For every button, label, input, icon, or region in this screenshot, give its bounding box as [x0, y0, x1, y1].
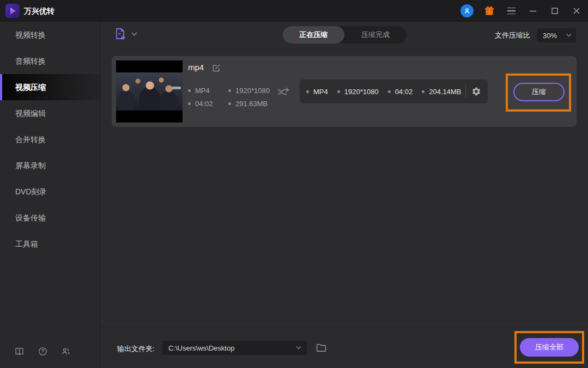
- sidebar: 视频转换 音频转换 视频压缩 视频编辑 合并转换 屏幕录制 DVD刻录 设备传输…: [0, 22, 101, 368]
- status-tabs: 正在压缩 压缩完成: [283, 26, 407, 44]
- app-window: 万兴优转: [0, 0, 588, 368]
- source-format: MP4: [188, 87, 210, 95]
- sidebar-item-device-transfer[interactable]: 设备传输: [0, 205, 100, 231]
- compression-ratio-value: 30%: [543, 32, 557, 40]
- add-file-icon: [114, 27, 127, 40]
- sidebar-item-video-convert[interactable]: 视频转换: [0, 22, 100, 48]
- compress-button[interactable]: 压缩: [513, 83, 565, 101]
- add-file-button[interactable]: [114, 27, 137, 40]
- divider: [465, 85, 466, 98]
- source-duration: 04:02: [188, 100, 213, 108]
- rename-icon[interactable]: [212, 64, 221, 72]
- output-folder-label: 输出文件夹:: [117, 344, 155, 354]
- maximize-button[interactable]: [549, 5, 561, 17]
- source-size: 291.63MB: [228, 100, 268, 108]
- sidebar-item-video-edit[interactable]: 视频编辑: [0, 100, 100, 126]
- main-panel: 正在压缩 压缩完成 文件压缩比 30% mp4 MP4: [101, 22, 588, 368]
- sidebar-item-video-compress[interactable]: 视频压缩: [0, 74, 100, 100]
- sidebar-item-audio-convert[interactable]: 音频转换: [0, 48, 100, 74]
- watermark: [172, 87, 181, 89]
- community-users-icon[interactable]: [61, 346, 71, 356]
- app-title: 万兴优转: [24, 0, 54, 22]
- output-duration: 04:02: [388, 88, 413, 96]
- video-thumbnail-image: [116, 72, 183, 111]
- convert-direction-icon: [277, 85, 291, 99]
- sidebar-item-screen-record[interactable]: 屏幕录制: [0, 152, 100, 179]
- account-avatar[interactable]: [460, 4, 474, 17]
- output-resolution: 1920*1080: [337, 88, 379, 96]
- settings-gear-icon[interactable]: [471, 87, 481, 96]
- compress-all-button[interactable]: 压缩全部: [520, 338, 579, 357]
- browse-folder-icon[interactable]: [316, 343, 326, 352]
- help-icon[interactable]: [38, 346, 47, 356]
- output-size: 204.14MB: [422, 88, 461, 96]
- tab-compressing[interactable]: 正在压缩: [283, 26, 344, 44]
- chevron-down-icon: [296, 346, 301, 349]
- sidebar-item-merge-convert[interactable]: 合并转换: [0, 126, 100, 152]
- output-folder-path: C:\Users\ws\Desktop: [168, 344, 234, 352]
- sidebar-item-toolbox[interactable]: 工具箱: [0, 231, 100, 257]
- output-format: MP4: [306, 88, 328, 96]
- chevron-down-icon: [566, 34, 572, 37]
- titlebar: 万兴优转: [0, 0, 588, 22]
- file-name: mp4: [188, 63, 204, 72]
- file-card: mp4 MP4 1920*1080 04:02 291.63MB MP4 192…: [112, 56, 577, 127]
- compression-ratio-label: 文件压缩比: [495, 30, 530, 40]
- sidebar-item-dvd-burn[interactable]: DVD刻录: [0, 179, 100, 205]
- output-folder-select[interactable]: C:\Users\ws\Desktop: [162, 341, 307, 355]
- gift-icon[interactable]: [483, 5, 495, 17]
- output-settings-bar: MP4 1920*1080 04:02 204.14MB: [300, 79, 488, 103]
- add-file-chevron-icon: [131, 32, 137, 36]
- menu-icon[interactable]: [505, 5, 517, 17]
- manual-book-icon[interactable]: [14, 346, 24, 356]
- app-logo-icon: [5, 4, 20, 18]
- tab-compress-finished[interactable]: 压缩完成: [344, 26, 407, 44]
- source-resolution: 1920*1080: [228, 87, 270, 95]
- minimize-button[interactable]: [527, 5, 539, 17]
- video-thumbnail[interactable]: [116, 60, 183, 122]
- close-button[interactable]: [571, 5, 583, 17]
- compression-ratio-select[interactable]: 30%: [537, 28, 576, 42]
- footer-bar: 输出文件夹: C:\Users\ws\Desktop 压缩全部: [101, 327, 588, 368]
